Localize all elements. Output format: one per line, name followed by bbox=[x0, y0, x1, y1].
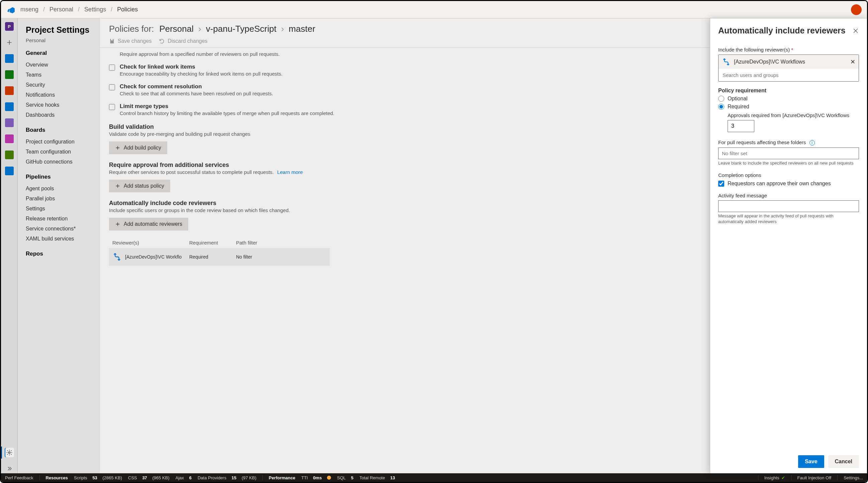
activity-hint: Message will appear in the activity feed… bbox=[718, 213, 859, 225]
folder-filter-input[interactable] bbox=[718, 148, 859, 159]
panel-title: Automatically include reviewers bbox=[718, 26, 846, 35]
breadcrumb-policies[interactable]: Policies bbox=[117, 6, 138, 13]
sb-total-remote: Total Remote 13 bbox=[360, 475, 395, 480]
breadcrumb-settings[interactable]: Settings bbox=[84, 6, 106, 13]
sb-dataproviders: Data Providers 15 (97 KB) bbox=[197, 475, 256, 480]
status-bar: Perf Feedback Resources Scripts 53 (2865… bbox=[1, 473, 867, 482]
user-avatar[interactable] bbox=[851, 4, 862, 15]
sb-settings[interactable]: Settings... bbox=[844, 475, 863, 480]
sb-ajax: Ajax 6 bbox=[176, 475, 192, 480]
filter-hint: Leave blank to include the specified rev… bbox=[718, 160, 859, 166]
token-name: [AzureDevOps]\VC Workflows bbox=[734, 59, 805, 65]
warning-dot-icon bbox=[327, 476, 331, 480]
breadcrumb-project[interactable]: Personal bbox=[50, 6, 73, 13]
sb-css: CSS 37 (965 KB) bbox=[128, 475, 169, 480]
reviewer-token-box: [AzureDevOps]\VC Workflows ✕ bbox=[718, 55, 859, 82]
radio-optional[interactable]: Optional bbox=[718, 96, 859, 102]
group-icon bbox=[722, 58, 731, 66]
breadcrumb-org[interactable]: mseng bbox=[21, 6, 38, 13]
reviewer-panel: Automatically include reviewers Include … bbox=[710, 19, 867, 473]
approvals-input[interactable] bbox=[727, 120, 754, 132]
sb-fault-injection[interactable]: Fault Injection Off bbox=[798, 475, 832, 480]
panel-close-button[interactable] bbox=[852, 27, 859, 34]
activity-message-input[interactable] bbox=[718, 200, 859, 212]
sb-scripts: Scripts 53 (2865 KB) bbox=[74, 475, 122, 480]
reviewer-token: [AzureDevOps]\VC Workflows ✕ bbox=[718, 55, 859, 69]
sb-sql: SQL 5 bbox=[337, 475, 353, 480]
policy-requirement-label: Policy requirement bbox=[718, 88, 859, 94]
breadcrumb: mseng / Personal / Settings / Policies bbox=[21, 6, 138, 13]
sb-insights[interactable]: Insights✔ bbox=[764, 475, 785, 480]
remove-token-button[interactable]: ✕ bbox=[850, 58, 855, 66]
sb-perf-feedback[interactable]: Perf Feedback bbox=[5, 475, 33, 480]
include-reviewers-label: Include the following reviewer(s)* bbox=[718, 47, 859, 53]
reviewer-search-input[interactable] bbox=[718, 69, 859, 81]
sb-resources[interactable]: Resources bbox=[46, 475, 68, 480]
approvals-label: Approvals required from [AzureDevOps]\VC… bbox=[727, 112, 859, 118]
completion-options-label: Completion options bbox=[718, 172, 859, 178]
radio-required[interactable]: Required bbox=[718, 104, 859, 110]
sb-performance[interactable]: Performance bbox=[269, 475, 295, 480]
panel-save-button[interactable]: Save bbox=[798, 455, 824, 468]
azure-devops-logo[interactable] bbox=[6, 5, 16, 14]
panel-cancel-button[interactable]: Cancel bbox=[828, 455, 859, 468]
folders-label: For pull requests affecting these folder… bbox=[718, 140, 859, 146]
check-icon: ✔ bbox=[781, 475, 785, 480]
info-icon[interactable]: i bbox=[809, 140, 815, 146]
self-approve-checkbox-row[interactable]: Requestors can approve their own changes bbox=[718, 181, 859, 187]
sb-tti: TTI 0ms bbox=[301, 475, 331, 480]
topbar: mseng / Personal / Settings / Policies bbox=[1, 1, 867, 19]
self-approve-checkbox[interactable] bbox=[718, 181, 724, 187]
activity-label: Activity feed message bbox=[718, 193, 859, 198]
